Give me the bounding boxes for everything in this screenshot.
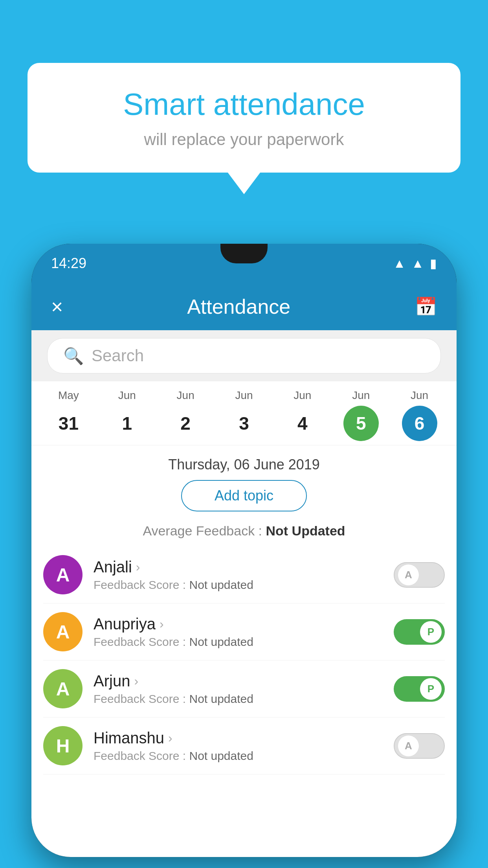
speech-bubble-title: Smart attendance <box>55 86 433 122</box>
student-name: Anjali › <box>94 558 383 576</box>
cal-date-number: 4 <box>285 406 320 441</box>
toggle-knob: A <box>398 735 419 757</box>
cal-date-number: 6 <box>402 406 437 441</box>
cal-date-number: 3 <box>226 406 262 441</box>
wifi-icon: ▲ <box>393 256 406 271</box>
speech-bubble-container: Smart attendance will replace your paper… <box>28 63 460 173</box>
search-bar[interactable]: 🔍 Search <box>47 338 441 373</box>
speech-bubble: Smart attendance will replace your paper… <box>28 63 460 173</box>
status-icons: ▲ ▲ ▮ <box>393 256 437 271</box>
cal-month-label: Jun <box>156 389 215 402</box>
close-button[interactable]: × <box>51 295 63 318</box>
cal-month-label: Jun <box>332 389 390 402</box>
cal-month-label: Jun <box>215 389 273 402</box>
student-info: Himanshu ›Feedback Score : Not updated <box>94 729 383 763</box>
calendar-day[interactable]: May31 <box>39 389 98 441</box>
student-avatar: A <box>43 669 83 708</box>
toggle-knob: P <box>420 678 442 700</box>
chevron-icon: › <box>136 560 140 574</box>
status-time: 14:29 <box>51 255 86 272</box>
battery-icon: ▮ <box>430 256 437 271</box>
app-header: × Attendance 📅 <box>31 283 457 330</box>
search-placeholder: Search <box>92 346 144 365</box>
avg-feedback: Average Feedback : Not Updated <box>31 519 457 546</box>
search-bar-container: 🔍 Search <box>31 330 457 381</box>
cal-date-number: 5 <box>343 406 379 441</box>
attendance-toggle[interactable]: P <box>394 619 445 645</box>
student-list: AAnjali ›Feedback Score : Not updatedAAA… <box>31 546 457 774</box>
calendar-day[interactable]: Jun1 <box>98 389 156 441</box>
calendar-day[interactable]: Jun5 <box>332 389 390 441</box>
avg-feedback-label: Average Feedback : <box>143 523 262 538</box>
calendar-strip: May31Jun1Jun2Jun3Jun4Jun5Jun6 <box>31 381 457 445</box>
cal-month-label: Jun <box>273 389 332 402</box>
student-item[interactable]: AArjun ›Feedback Score : Not updatedP <box>43 660 445 717</box>
student-name: Anupriya › <box>94 615 383 633</box>
cal-date-number: 1 <box>109 406 145 441</box>
calendar-day[interactable]: Jun2 <box>156 389 215 441</box>
cal-date-number: 31 <box>51 406 86 441</box>
student-info: Arjun ›Feedback Score : Not updated <box>94 672 383 706</box>
attendance-toggle[interactable]: A <box>394 733 445 759</box>
student-avatar: A <box>43 612 83 651</box>
student-item[interactable]: AAnjali ›Feedback Score : Not updatedA <box>43 546 445 603</box>
attendance-toggle[interactable]: P <box>394 676 445 702</box>
cal-month-label: Jun <box>390 389 449 402</box>
calendar-button[interactable]: 📅 <box>415 296 437 317</box>
student-avatar: H <box>43 726 83 765</box>
phone-screen: 🔍 Search May31Jun1Jun2Jun3Jun4Jun5Jun6 T… <box>31 330 457 857</box>
student-item[interactable]: AAnupriya ›Feedback Score : Not updatedP <box>43 603 445 660</box>
attendance-toggle[interactable]: A <box>394 562 445 588</box>
avg-feedback-value: Not Updated <box>266 523 345 538</box>
calendar-day[interactable]: Jun3 <box>215 389 273 441</box>
calendar-day[interactable]: Jun4 <box>273 389 332 441</box>
student-info: Anjali ›Feedback Score : Not updated <box>94 558 383 592</box>
cal-month-label: Jun <box>98 389 156 402</box>
student-info: Anupriya ›Feedback Score : Not updated <box>94 615 383 649</box>
toggle-knob: A <box>398 564 419 586</box>
status-bar: 14:29 ▲ ▲ ▮ <box>31 244 457 283</box>
phone-frame: 14:29 ▲ ▲ ▮ × Attendance 📅 🔍 Search May3… <box>31 244 457 857</box>
student-name: Arjun › <box>94 672 383 690</box>
student-avatar: A <box>43 555 83 594</box>
student-feedback: Feedback Score : Not updated <box>94 692 383 706</box>
calendar-day[interactable]: Jun6 <box>390 389 449 441</box>
student-item[interactable]: HHimanshu ›Feedback Score : Not updatedA <box>43 717 445 774</box>
chevron-icon: › <box>134 674 138 688</box>
chevron-icon: › <box>160 617 164 631</box>
app-title: Attendance <box>187 295 290 318</box>
phone-notch <box>220 244 268 263</box>
add-topic-button[interactable]: Add topic <box>181 480 307 511</box>
speech-bubble-subtitle: will replace your paperwork <box>55 130 433 149</box>
selected-date: Thursday, 06 June 2019 <box>31 445 457 480</box>
student-name: Himanshu › <box>94 729 383 747</box>
signal-icon: ▲ <box>411 256 424 271</box>
chevron-icon: › <box>168 731 172 745</box>
student-feedback: Feedback Score : Not updated <box>94 578 383 592</box>
cal-date-number: 2 <box>168 406 203 441</box>
toggle-knob: P <box>420 621 442 643</box>
search-icon: 🔍 <box>63 346 84 366</box>
student-feedback: Feedback Score : Not updated <box>94 749 383 763</box>
student-feedback: Feedback Score : Not updated <box>94 635 383 649</box>
cal-month-label: May <box>39 389 98 402</box>
